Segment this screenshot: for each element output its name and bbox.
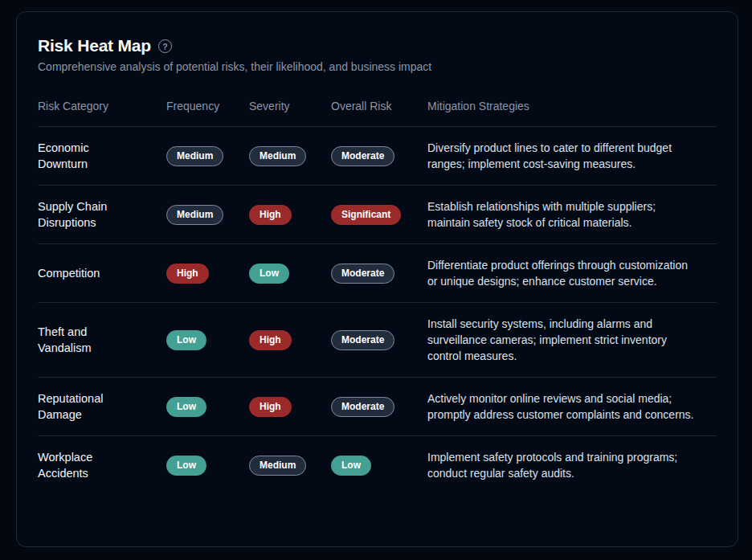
overall-risk-badge: Moderate [331, 330, 394, 350]
card-header: Risk Heat Map ? [38, 36, 717, 55]
column-header-risk-category: Risk Category [38, 100, 166, 127]
risk-category-cell: Competition [38, 244, 166, 303]
severity-badge: Medium [249, 456, 306, 476]
overall-risk-cell: Significant [331, 186, 427, 244]
risk-table: Risk Category Frequency Severity Overall… [38, 100, 717, 494]
table-row: Workplace Accidents Low Medium Low Imple… [38, 436, 717, 495]
overall-risk-badge: Moderate [331, 146, 394, 166]
severity-cell: High [249, 303, 331, 378]
risk-category-label: Reputational Damage [38, 390, 138, 423]
mitigation-text: Actively monitor online reviews and soci… [427, 390, 701, 423]
frequency-cell: Low [166, 378, 249, 436]
frequency-cell: Medium [166, 186, 249, 244]
frequency-badge: High [166, 264, 209, 284]
mitigation-text: Differentiate product offerings through … [427, 257, 701, 289]
overall-risk-cell: Moderate [331, 127, 427, 186]
severity-cell: High [249, 378, 331, 436]
column-header-frequency: Frequency [166, 100, 249, 127]
mitigation-text: Establish relationships with multiple su… [427, 198, 701, 231]
risk-category-cell: Workplace Accidents [38, 436, 166, 495]
severity-badge: High [249, 330, 292, 350]
mitigation-cell: Establish relationships with multiple su… [427, 186, 717, 244]
mitigation-cell: Diversify product lines to cater to diff… [427, 127, 717, 186]
page-title: Risk Heat Map [38, 36, 151, 55]
frequency-cell: Low [166, 303, 249, 378]
severity-cell: Low [249, 244, 331, 303]
overall-risk-badge: Significant [331, 205, 401, 225]
severity-badge: Low [249, 264, 289, 284]
frequency-badge: Medium [166, 205, 223, 225]
overall-risk-cell: Moderate [331, 303, 427, 378]
page-subtitle: Comprehensive analysis of potential risk… [38, 60, 717, 73]
mitigation-cell: Implement safety protocols and training … [427, 436, 717, 495]
mitigation-cell: Install security systems, including alar… [427, 303, 717, 378]
overall-risk-cell: Low [331, 436, 427, 495]
frequency-badge: Medium [166, 146, 223, 166]
mitigation-text: Diversify product lines to cater to diff… [427, 140, 701, 172]
risk-category-cell: Reputational Damage [38, 378, 166, 436]
severity-badge: High [249, 397, 292, 417]
table-row: Reputational Damage Low High Moderate Ac… [38, 378, 717, 436]
overall-risk-badge: Moderate [331, 397, 394, 417]
mitigation-text: Implement safety protocols and training … [427, 449, 701, 481]
severity-badge: Medium [249, 146, 306, 166]
risk-category-label: Workplace Accidents [38, 449, 138, 481]
severity-cell: Medium [249, 436, 331, 495]
severity-badge: High [249, 205, 292, 225]
overall-risk-cell: Moderate [331, 378, 427, 436]
risk-category-label: Theft and Vandalism [38, 324, 138, 356]
column-header-severity: Severity [249, 100, 331, 127]
mitigation-cell: Differentiate product offerings through … [427, 244, 717, 303]
frequency-badge: Low [166, 456, 206, 476]
table-row: Competition High Low Moderate Differenti… [38, 244, 717, 303]
risk-category-cell: Economic Downturn [38, 127, 166, 186]
column-header-overall-risk: Overall Risk [331, 100, 427, 127]
risk-category-label: Supply Chain Disruptions [38, 198, 138, 231]
risk-heat-map-card: Risk Heat Map ? Comprehensive analysis o… [16, 11, 738, 547]
table-row: Economic Downturn Medium Medium Moderate… [38, 127, 717, 186]
frequency-cell: Medium [166, 127, 249, 186]
frequency-badge: Low [166, 330, 206, 350]
frequency-cell: High [166, 244, 249, 303]
table-body: Economic Downturn Medium Medium Moderate… [38, 127, 717, 495]
help-icon[interactable]: ? [158, 39, 172, 53]
severity-cell: High [249, 186, 331, 244]
risk-category-label: Competition [38, 265, 138, 281]
overall-risk-cell: Moderate [331, 244, 427, 303]
frequency-cell: Low [166, 436, 249, 495]
overall-risk-badge: Moderate [331, 264, 394, 284]
severity-cell: Medium [249, 127, 331, 186]
frequency-badge: Low [166, 397, 206, 417]
mitigation-text: Install security systems, including alar… [427, 316, 701, 364]
column-header-mitigation-strategies: Mitigation Strategies [427, 100, 717, 127]
risk-category-cell: Supply Chain Disruptions [38, 186, 166, 244]
mitigation-cell: Actively monitor online reviews and soci… [427, 378, 717, 436]
risk-category-cell: Theft and Vandalism [38, 303, 166, 378]
table-header: Risk Category Frequency Severity Overall… [38, 100, 717, 127]
risk-category-label: Economic Downturn [38, 140, 138, 172]
table-row: Theft and Vandalism Low High Moderate In… [38, 303, 717, 378]
overall-risk-badge: Low [331, 456, 371, 476]
table-row: Supply Chain Disruptions Medium High Sig… [38, 186, 717, 244]
